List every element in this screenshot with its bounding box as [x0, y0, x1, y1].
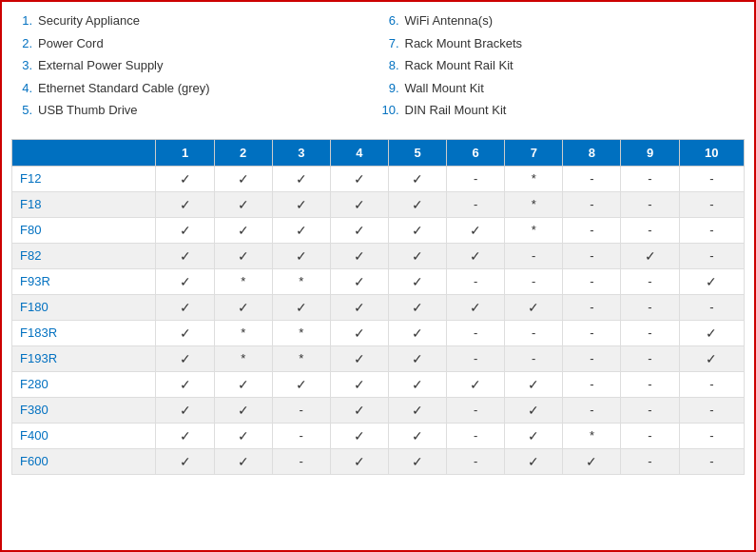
cell-col-1: ✓ — [156, 448, 214, 474]
cell-col-10: - — [679, 423, 744, 448]
table-row: F80✓✓✓✓✓✓*--- — [12, 217, 745, 243]
cell-col-7: * — [505, 217, 563, 243]
header-row: 12345678910 — [12, 139, 745, 166]
legend-item: 8.Rack Mount Rail Kit — [378, 56, 746, 75]
legend-item: 1.Security Appliance — [11, 11, 378, 30]
cell-col-5: ✓ — [388, 371, 446, 397]
cell-col-7: - — [505, 320, 563, 345]
cell-col-5: ✓ — [388, 423, 446, 448]
cell-col-3: * — [272, 345, 330, 371]
legend-item: 2.Power Cord — [11, 34, 378, 53]
cell-col-2: ✓ — [214, 423, 272, 448]
model-cell: F12 — [12, 166, 156, 191]
cell-col-6: - — [447, 397, 505, 423]
legend-text: Rack Mount Brackets — [405, 34, 523, 53]
table-row: F12✓✓✓✓✓-*--- — [12, 166, 745, 191]
cell-col-8: - — [563, 217, 621, 243]
cell-col-8: - — [563, 294, 621, 320]
col-header-6: 6 — [447, 139, 505, 166]
cell-col-8: - — [563, 191, 621, 217]
cell-col-9: - — [621, 320, 679, 345]
cell-col-7: ✓ — [505, 397, 563, 423]
cell-col-1: ✓ — [156, 397, 214, 423]
cell-col-4: ✓ — [330, 294, 388, 320]
cell-col-2: ✓ — [214, 166, 272, 191]
cell-col-6: - — [447, 191, 505, 217]
legend: 1.Security Appliance2.Power Cord3.Extern… — [11, 11, 745, 124]
cell-col-7: - — [505, 345, 563, 371]
col-header-2: 2 — [214, 139, 272, 166]
col-header-4: 4 — [330, 139, 388, 166]
cell-col-1: ✓ — [156, 268, 214, 294]
cell-col-5: ✓ — [388, 345, 446, 371]
cell-col-7: - — [505, 243, 563, 268]
col-header-7: 7 — [505, 139, 563, 166]
legend-text: WiFi Antenna(s) — [405, 11, 493, 30]
cell-col-10: - — [679, 294, 744, 320]
cell-col-3: ✓ — [272, 191, 330, 217]
legend-item: 5.USB Thumb Drive — [11, 101, 378, 120]
table-row: F400✓✓-✓✓-✓*-- — [12, 423, 745, 448]
cell-col-4: ✓ — [330, 320, 388, 345]
legend-col-2: 6.WiFi Antenna(s)7.Rack Mount Brackets8.… — [378, 11, 746, 124]
cell-col-8: - — [563, 166, 621, 191]
cell-col-9: - — [621, 423, 679, 448]
cell-col-4: ✓ — [330, 345, 388, 371]
cell-col-10: - — [679, 243, 744, 268]
cell-col-7: * — [505, 166, 563, 191]
table-row: F93R✓**✓✓----✓ — [12, 268, 745, 294]
cell-col-6: ✓ — [447, 294, 505, 320]
cell-col-6: - — [447, 320, 505, 345]
table-row: F193R✓**✓✓----✓ — [12, 345, 745, 371]
cell-col-5: ✓ — [388, 448, 446, 474]
cell-col-2: ✓ — [214, 448, 272, 474]
legend-num: 5. — [11, 101, 38, 120]
cell-col-6: ✓ — [447, 371, 505, 397]
cell-col-1: ✓ — [156, 320, 214, 345]
legend-num: 3. — [11, 56, 38, 75]
legend-text: USB Thumb Drive — [38, 101, 138, 120]
cell-col-10: ✓ — [679, 345, 744, 371]
legend-num: 6. — [378, 11, 405, 30]
legend-num: 1. — [11, 11, 38, 30]
cell-col-8: * — [563, 423, 621, 448]
cell-col-9: - — [621, 294, 679, 320]
table-row: F380✓✓-✓✓-✓--- — [12, 397, 745, 423]
cell-col-4: ✓ — [330, 217, 388, 243]
col-header-1: 1 — [156, 139, 214, 166]
cell-col-9: - — [621, 345, 679, 371]
cell-col-8: - — [563, 268, 621, 294]
cell-col-9: - — [621, 268, 679, 294]
cell-col-5: ✓ — [388, 217, 446, 243]
legend-text: Wall Mount Kit — [405, 79, 484, 98]
cell-col-10: - — [679, 191, 744, 217]
cell-col-10: ✓ — [679, 268, 744, 294]
legend-item: 3.External Power Supply — [11, 56, 378, 75]
cell-col-5: ✓ — [388, 191, 446, 217]
cell-col-9: - — [621, 371, 679, 397]
legend-num: 4. — [11, 79, 38, 98]
cell-col-8: - — [563, 345, 621, 371]
cell-col-5: ✓ — [388, 243, 446, 268]
cell-col-7: - — [505, 268, 563, 294]
cell-col-3: * — [272, 320, 330, 345]
cell-col-6: - — [447, 166, 505, 191]
cell-col-5: ✓ — [388, 268, 446, 294]
cell-col-7: * — [505, 191, 563, 217]
legend-item: 4.Ethernet Standard Cable (grey) — [11, 79, 378, 98]
legend-item: 9.Wall Mount Kit — [378, 79, 746, 98]
cell-col-2: * — [214, 320, 272, 345]
cell-col-1: ✓ — [156, 191, 214, 217]
cell-col-10: - — [679, 448, 744, 474]
cell-col-10: ✓ — [679, 320, 744, 345]
cell-col-6: ✓ — [447, 243, 505, 268]
cell-col-3: ✓ — [272, 217, 330, 243]
cell-col-3: ✓ — [272, 371, 330, 397]
model-cell: F180 — [12, 294, 156, 320]
cell-col-4: ✓ — [330, 397, 388, 423]
cell-col-9: - — [621, 397, 679, 423]
legend-text: DIN Rail Mount Kit — [405, 101, 507, 120]
cell-col-8: - — [563, 397, 621, 423]
cell-col-10: - — [679, 166, 744, 191]
cell-col-5: ✓ — [388, 320, 446, 345]
